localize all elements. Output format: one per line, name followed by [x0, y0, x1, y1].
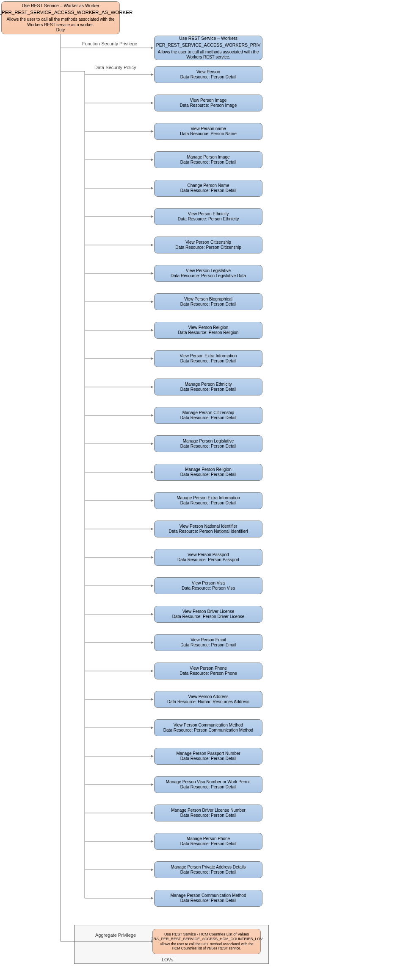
- dsp-node-resource: Data Resource: Person Detail: [180, 501, 236, 506]
- dsp-node-resource: Data Resource: Person Detail: [180, 870, 236, 875]
- fsp-code: PER_REST_SERVICE_ACCESS_WORKERS_PRIV: [156, 42, 261, 48]
- dsp-node-resource: Data Resource: Person Visa: [182, 586, 235, 591]
- dsp-node-resource: Data Resource: Person Name: [180, 131, 236, 137]
- dsp-node: View Person ReligionData Resource: Perso…: [154, 322, 262, 339]
- dsp-node-title: View Person: [196, 70, 220, 75]
- fsp-edge-label: Function Security Privilege: [82, 41, 137, 46]
- dsp-node-title: View Person Ethnicity: [188, 212, 229, 217]
- dsp-node: View Person EthnicityData Resource: Pers…: [154, 208, 262, 225]
- dsp-node-resource: Data Resource: Person Citizenship: [175, 245, 241, 251]
- dsp-node-title: Manage Person Citizenship: [182, 410, 234, 416]
- dsp-node-title: View Person Phone: [190, 666, 227, 671]
- dsp-node-resource: Data Resource: Person Detail: [180, 785, 236, 790]
- dsp-node: View Person CitizenshipData Resource: Pe…: [154, 237, 262, 253]
- dsp-node-title: View Person Address: [188, 694, 229, 700]
- dsp-node: View PersonData Resource: Person Detail: [154, 66, 262, 83]
- dsp-edge-label: Data Security Policy: [94, 65, 136, 70]
- dsp-node-resource: Data Resource: Person Detail: [180, 188, 236, 194]
- dsp-node: View Person LegislativeData Resource: Pe…: [154, 265, 262, 282]
- dsp-node-resource: Data Resource: Person Ethnicity: [178, 217, 239, 222]
- agg-title: Use REST Service - HCM Countries List of…: [164, 932, 249, 937]
- dsp-node: View Person BiographicalData Resource: P…: [154, 293, 262, 310]
- dsp-node-title: View Person Image: [190, 98, 227, 103]
- dsp-node: Manage Person Visa Number or Work Permit…: [154, 776, 262, 793]
- dsp-node: Manage Person Private Address DetailsDat…: [154, 861, 262, 878]
- dsp-node: Manage Person EthnicityData Resource: Pe…: [154, 379, 262, 395]
- dsp-node-title: View Person Communication Method: [174, 723, 243, 728]
- dsp-node-resource: Data Resource: Person Detail: [180, 444, 236, 449]
- dsp-node-resource: Data Resource: Person Detail: [180, 75, 236, 80]
- dsp-node: Manage Person ImageData Resource: Person…: [154, 151, 262, 168]
- dsp-node-title: Manage Person Image: [187, 155, 229, 160]
- dsp-node-resource: Data Resource: Person Detail: [180, 756, 236, 762]
- dsp-node-title: Manage Person Private Address Details: [171, 865, 246, 870]
- dsp-node: View Person VisaData Resource: Person Vi…: [154, 577, 262, 594]
- dsp-node: View Person PassportData Resource: Perso…: [154, 549, 262, 566]
- dsp-node-resource: Data Resource: Person Image: [180, 103, 237, 109]
- dsp-node-resource: Data Resource: Person Communication Meth…: [163, 728, 253, 733]
- dsp-node: View Person EmailData Resource: Person E…: [154, 634, 262, 651]
- dsp-node-title: Manage Person Extra Information: [177, 496, 240, 501]
- dsp-node: Manage Person Passport NumberData Resour…: [154, 748, 262, 765]
- dsp-node-title: View Person Legislative: [186, 268, 231, 274]
- dsp-node-title: View Person Citizenship: [185, 240, 231, 245]
- dsp-node-title: Manage Person Religion: [185, 467, 232, 473]
- root-title: Use REST Service – Worker as Worker: [22, 3, 99, 8]
- dsp-node-title: Manage Person Legislative: [183, 439, 234, 444]
- root-desc: Allows the user to call all the methods …: [4, 17, 117, 28]
- dsp-node-resource: Data Resource: Person Passport: [177, 557, 239, 563]
- dsp-node-title: Manage Person Ethnicity: [185, 382, 232, 387]
- dsp-node-resource: Data Resource: Person Detail: [180, 387, 236, 393]
- dsp-node-title: View Person name: [191, 126, 226, 132]
- dsp-node-resource: Data Resource: Person Detail: [180, 302, 236, 307]
- dsp-node-resource: Data Resource: Person Detail: [180, 359, 236, 364]
- dsp-node: View Person ImageData Resource: Person I…: [154, 95, 262, 111]
- dsp-node-resource: Data Resource: Person Detail: [180, 841, 236, 847]
- dsp-node: View Person Communication MethodData Res…: [154, 719, 262, 736]
- dsp-node-resource: Data Resource: Person National Identifie…: [169, 529, 248, 535]
- dsp-node: Manage Person Extra InformationData Reso…: [154, 492, 262, 509]
- dsp-node-resource: Data Resource: Person Detail: [180, 415, 236, 421]
- dsp-node-title: Change Person Name: [188, 183, 229, 189]
- dsp-node-title: View Person Religion: [188, 325, 229, 331]
- dsp-node-resource: Data Resource: Person Detail: [180, 472, 236, 478]
- fsp-node: Use REST Service – Workers PER_REST_SERV…: [154, 36, 262, 60]
- dsp-node-title: View Person Visa: [192, 581, 225, 586]
- dsp-node-title: View Person Driver License: [182, 609, 235, 615]
- dsp-node-resource: Data Resource: Person Phone: [180, 671, 237, 677]
- dsp-node: Manage Person ReligionData Resource: Per…: [154, 464, 262, 481]
- dsp-node: View Person PhoneData Resource: Person P…: [154, 663, 262, 679]
- agg-desc: Allows the user to call the GET method a…: [155, 942, 258, 951]
- dsp-node-resource: Data Resource: Person Detail: [180, 898, 236, 904]
- dsp-node-title: View Person Biographical: [184, 297, 232, 302]
- dsp-node-title: View Person Email: [191, 638, 226, 643]
- dsp-node-title: View Person Passport: [188, 552, 229, 558]
- fsp-desc: Allows the user to call all methods asso…: [157, 50, 260, 60]
- dsp-node: View Person AddressData Resource: Human …: [154, 691, 262, 708]
- dsp-node: View Person Extra InformationData Resour…: [154, 350, 262, 367]
- dsp-node-resource: Data Resource: Person Legislative Data: [171, 273, 246, 279]
- dsp-node-title: View Person National Identifier: [180, 524, 238, 529]
- agg-node: Use REST Service - HCM Countries List of…: [152, 929, 261, 954]
- dsp-node-title: Manage Person Communication Method: [171, 893, 246, 899]
- dsp-node: Manage Person Communication MethodData R…: [154, 890, 262, 907]
- dsp-node-title: Manage Person Passport Number: [176, 751, 240, 757]
- agg-code: ORA_PER_REST_SERVICE_ACCESS_HCM_COUNTRIE…: [151, 937, 263, 941]
- dsp-node-resource: Data Resource: Person Detail: [180, 813, 236, 819]
- dsp-node: Manage Person LegislativeData Resource: …: [154, 435, 262, 452]
- fsp-title: Use REST Service – Workers: [179, 36, 238, 41]
- dsp-node: Manage Person CitizenshipData Resource: …: [154, 407, 262, 424]
- dsp-node-resource: Data Resource: Human Resources Address: [167, 699, 249, 705]
- lovs-title: LOVs: [162, 957, 174, 962]
- dsp-node-title: Manage Person Driver License Number: [171, 808, 246, 813]
- dsp-node: View Person National IdentifierData Reso…: [154, 521, 262, 537]
- dsp-node-resource: Data Resource: Person Detail: [180, 160, 236, 165]
- dsp-node: View Person nameData Resource: Person Na…: [154, 123, 262, 140]
- root-duty-node: Use REST Service – Worker as Worker ORA_…: [1, 1, 120, 34]
- dsp-node: Change Person NameData Resource: Person …: [154, 180, 262, 197]
- root-type: Duty: [56, 28, 65, 33]
- dsp-node-resource: Data Resource: Person Email: [180, 643, 236, 648]
- dsp-node-title: Manage Person Phone: [187, 836, 230, 842]
- dsp-node-title: View Person Extra Information: [180, 354, 237, 359]
- dsp-node: Manage Person PhoneData Resource: Person…: [154, 833, 262, 850]
